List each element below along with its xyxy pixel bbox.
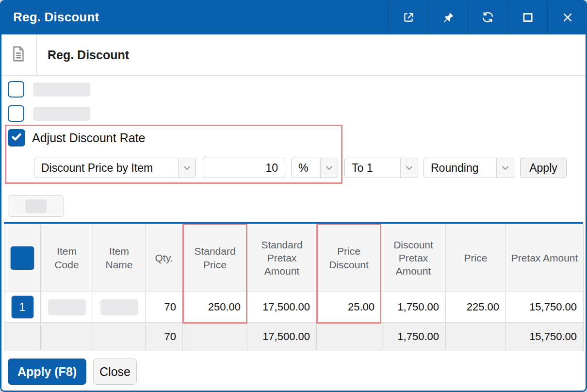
adjust-discount-rate-label: Adjust Discount Rate — [32, 131, 145, 145]
discount-rate-input[interactable] — [202, 158, 285, 178]
chevron-down-icon — [496, 158, 514, 178]
refresh-icon — [481, 11, 494, 24]
total-empty-cell — [317, 323, 381, 351]
col-header-qty: Qty. — [146, 224, 183, 292]
option-row-2 — [8, 105, 90, 122]
row-number-badge[interactable]: 1 — [12, 296, 33, 318]
adjust-discount-rate-checkbox[interactable] — [8, 129, 25, 147]
total-qty-cell: 70 — [146, 323, 183, 351]
mini-button-label-placeholder — [25, 199, 47, 213]
col-header-label: Price — [464, 252, 488, 263]
col-header-label: Item Code — [54, 245, 79, 270]
window-title: Reg. Discount — [0, 10, 99, 25]
round-to-value: To 1 — [345, 158, 400, 178]
col-header-label: Pretax Amount — [511, 252, 578, 263]
discount-pretax-amount-cell[interactable]: 1,750.00 — [381, 292, 446, 323]
pin-icon — [442, 11, 455, 24]
reg-discount-dialog: Reg. Discount — [0, 0, 587, 392]
qty-cell[interactable]: 70 — [146, 292, 183, 323]
open-in-new-window-button[interactable] — [388, 0, 428, 34]
total-empty-cell — [93, 323, 146, 351]
apply-rate-button[interactable]: Apply — [520, 158, 567, 178]
close-icon — [561, 11, 574, 24]
discount-unit-select[interactable]: % — [291, 158, 338, 178]
discount-method-select[interactable]: Discount Price by Item — [34, 158, 196, 178]
chevron-down-icon — [320, 158, 338, 178]
grid-total-row: 70 17,500.00 1,750.00 15,750.00 — [4, 323, 584, 351]
total-pretax-cell: 15,750.00 — [506, 323, 584, 351]
document-icon-cell — [0, 34, 37, 75]
option-row-1 — [8, 81, 90, 98]
chevron-down-icon — [178, 158, 196, 178]
item-code-cell[interactable] — [41, 292, 93, 323]
price-cell[interactable]: 225.00 — [446, 292, 506, 323]
total-empty-cell — [446, 323, 506, 351]
standard-pretax-amount-cell[interactable]: 17,500.00 — [247, 292, 317, 323]
col-header-label: Discount Pretax Amount — [393, 239, 433, 277]
maximize-icon — [522, 11, 534, 24]
col-header-price-discount: Price Discount — [317, 224, 381, 292]
discount-method-value: Discount Price by Item — [34, 158, 178, 178]
option-1-label-placeholder — [33, 82, 90, 97]
total-empty-cell — [41, 323, 93, 351]
col-header-standard-price: Standard Price — [183, 224, 247, 292]
col-header-price: Price — [446, 224, 506, 292]
col-header-discount-pretax-amount: Discount Pretax Amount — [381, 224, 446, 292]
grid-data-row: 1 70 250.00 17,500.00 25.00 1,750.00 225… — [4, 292, 584, 323]
select-all-checkbox[interactable] — [11, 246, 34, 270]
item-name-placeholder — [100, 299, 138, 315]
select-all-header-cell — [4, 224, 41, 292]
item-code-placeholder — [48, 299, 86, 315]
redacted-mini-button[interactable] — [8, 195, 64, 217]
apply-f8-button[interactable]: Apply (F8) — [8, 359, 86, 385]
pretax-amount-cell[interactable]: 15,750.00 — [506, 292, 584, 323]
total-standard-pretax-cell: 17,500.00 — [247, 323, 317, 351]
discount-unit-value: % — [292, 158, 320, 178]
col-header-pretax-amount: Pretax Amount — [506, 224, 584, 292]
price-discount-cell[interactable]: 25.00 — [317, 292, 381, 323]
checkmark-icon — [10, 131, 23, 145]
total-empty-cell — [4, 323, 41, 351]
chevron-down-icon — [400, 158, 418, 178]
total-discount-pretax-cell: 1,750.00 — [381, 323, 446, 351]
close-button[interactable]: Close — [93, 359, 137, 385]
rounding-method-value: Rounding — [424, 158, 496, 178]
col-header-label: Item Name — [105, 245, 132, 270]
col-header-item-code: Item Code — [41, 224, 93, 292]
titlebar: Reg. Discount — [0, 0, 587, 34]
round-to-select[interactable]: To 1 — [344, 158, 418, 178]
col-header-label: Qty. — [155, 252, 173, 263]
total-empty-cell — [183, 323, 247, 351]
col-header-label: Standard Pretax Amount — [261, 239, 302, 277]
pin-button[interactable] — [428, 0, 468, 34]
page-title: Reg. Discount — [37, 34, 129, 75]
row-number-cell: 1 — [4, 292, 41, 323]
option-2-label-placeholder — [33, 107, 90, 121]
option-1-checkbox[interactable] — [8, 81, 24, 98]
items-grid: Item Code Item Name Qty. Standard Price … — [4, 222, 583, 351]
document-icon — [10, 45, 27, 65]
titlebar-actions — [388, 0, 587, 34]
col-header-label: Price Discount — [329, 245, 369, 270]
dialog-header: Reg. Discount — [0, 34, 587, 76]
standard-price-cell[interactable]: 250.00 — [183, 292, 247, 323]
close-window-button[interactable] — [547, 0, 587, 34]
rounding-method-select[interactable]: Rounding — [424, 158, 514, 178]
col-header-item-name: Item Name — [93, 224, 146, 292]
grid-header-row: Item Code Item Name Qty. Standard Price … — [4, 224, 584, 292]
col-header-standard-pretax-amount: Standard Pretax Amount — [247, 224, 317, 292]
adjust-discount-rate-row: Adjust Discount Rate — [8, 129, 145, 147]
col-header-label: Standard Price — [194, 245, 235, 270]
refresh-button[interactable] — [468, 0, 507, 34]
discount-controls-row: Discount Price by Item % To 1 Rounding A… — [34, 158, 567, 178]
open-in-new-window-icon — [402, 11, 415, 24]
maximize-button[interactable] — [507, 0, 547, 34]
option-2-checkbox[interactable] — [8, 105, 24, 122]
item-name-cell[interactable] — [93, 292, 146, 323]
